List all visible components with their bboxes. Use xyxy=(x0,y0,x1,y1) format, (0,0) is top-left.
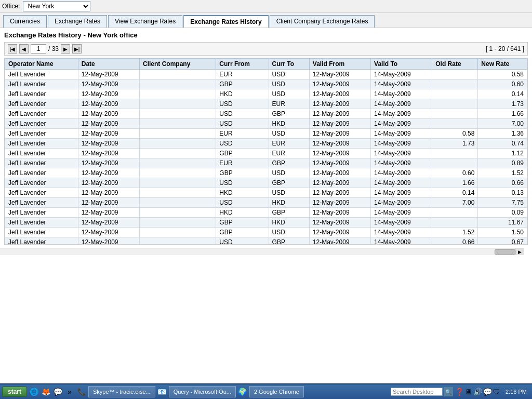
table-cell: 12-May-2009 xyxy=(309,79,370,89)
col-header-old-rate: Old Rate xyxy=(432,59,478,70)
col-header-curr-from: Curr From xyxy=(216,59,269,70)
table-cell xyxy=(140,178,216,188)
table-cell xyxy=(432,149,478,158)
table-cell: HKD xyxy=(216,89,269,99)
table-cell xyxy=(140,129,216,139)
table-cell: 12-May-2009 xyxy=(309,109,370,119)
table-cell xyxy=(140,168,216,178)
col-header-new-rate: New Rate xyxy=(478,59,527,70)
tab-view-exchange-rates[interactable]: View Exchange Rates xyxy=(108,15,182,28)
total-pages: / 33 xyxy=(48,45,59,52)
table-cell: 14-May-2009 xyxy=(371,109,432,119)
tab-exchange-rates-history[interactable]: Exchange Rates History xyxy=(183,15,268,28)
table-cell: Jeff Lavender xyxy=(5,228,78,237)
table-cell: 12-May-2009 xyxy=(78,178,139,188)
table-cell xyxy=(140,158,216,168)
last-page-button[interactable]: ▶| xyxy=(72,44,82,54)
table-cell: Jeff Lavender xyxy=(5,237,78,245)
table-cell xyxy=(432,99,478,109)
table-cell: USD xyxy=(269,79,309,89)
table-cell xyxy=(432,89,478,99)
table-cell xyxy=(140,228,216,237)
table-cell: 0.74 xyxy=(478,139,527,149)
table-cell: Jeff Lavender xyxy=(5,139,78,149)
tab-currencies[interactable]: Currencies xyxy=(3,15,47,28)
table-row: Jeff Lavender12-May-2009USDHKD12-May-200… xyxy=(5,198,527,208)
table-cell: 12-May-2009 xyxy=(78,109,139,119)
table-row: Jeff Lavender12-May-2009HKDUSD12-May-200… xyxy=(5,89,527,99)
prev-page-button[interactable]: ◀ xyxy=(19,44,29,54)
table-row: Jeff Lavender12-May-2009GBPHKD12-May-200… xyxy=(5,218,527,228)
table-cell: 14-May-2009 xyxy=(371,99,432,109)
table-cell: 0.58 xyxy=(478,70,527,79)
pagination-bar: |◀ ◀ / 33 ▶ ▶| [ 1 - 20 / 641 ] xyxy=(4,42,528,56)
table-cell: 12-May-2009 xyxy=(78,168,139,178)
table-cell: EUR xyxy=(269,99,309,109)
table-cell: 0.66 xyxy=(432,237,478,245)
table-cell: 1.73 xyxy=(432,139,478,149)
col-header-client-company: Client Company xyxy=(140,59,216,70)
page-input[interactable] xyxy=(31,44,46,54)
table-cell xyxy=(140,188,216,198)
table-cell: USD xyxy=(216,178,269,188)
table-cell: 12-May-2009 xyxy=(78,119,139,129)
tab-client-company-exchange-rates[interactable]: Client Company Exchange Rates xyxy=(270,15,375,28)
next-page-button[interactable]: ▶ xyxy=(61,44,70,54)
table-row: Jeff Lavender12-May-2009GBPEUR12-May-200… xyxy=(5,149,527,158)
table-cell: 7.00 xyxy=(432,198,478,208)
table-cell: GBP xyxy=(269,237,309,245)
table-cell: Jeff Lavender xyxy=(5,79,78,89)
page-heading: Exchange Rates History - New York office xyxy=(4,31,528,39)
table-cell: 14-May-2009 xyxy=(371,89,432,99)
table-cell: 12-May-2009 xyxy=(309,218,370,228)
table-cell: 12-May-2009 xyxy=(78,198,139,208)
table-cell: Jeff Lavender xyxy=(5,99,78,109)
table-row: Jeff Lavender12-May-2009EURUSD12-May-200… xyxy=(5,129,527,139)
table-cell: 12-May-2009 xyxy=(78,218,139,228)
table-cell: 14-May-2009 xyxy=(371,168,432,178)
table-cell: 12-May-2009 xyxy=(309,237,370,245)
table-container[interactable]: Operator Name Date Client Company Curr F… xyxy=(4,58,528,245)
table-cell: USD xyxy=(216,109,269,119)
table-cell: GBP xyxy=(216,168,269,178)
table-cell: 1.73 xyxy=(478,99,527,109)
table-cell: HKD xyxy=(269,218,309,228)
table-cell: 12-May-2009 xyxy=(309,89,370,99)
table-cell xyxy=(140,149,216,158)
table-cell: 14-May-2009 xyxy=(371,198,432,208)
table-cell: USD xyxy=(269,89,309,99)
table-cell: 14-May-2009 xyxy=(371,228,432,237)
office-select[interactable]: New York London Tokyo Sydney xyxy=(23,1,90,11)
table-cell: GBP xyxy=(269,208,309,218)
table-cell: EUR xyxy=(216,70,269,79)
table-cell xyxy=(140,139,216,149)
tab-exchange-rates[interactable]: Exchange Rates xyxy=(48,15,107,28)
table-cell: 1.36 xyxy=(478,129,527,139)
table-cell: 14-May-2009 xyxy=(371,188,432,198)
table-cell: USD xyxy=(216,119,269,129)
table-cell: 14-May-2009 xyxy=(371,158,432,168)
table-cell: USD xyxy=(269,188,309,198)
table-cell: 14-May-2009 xyxy=(371,70,432,79)
table-cell: 14-May-2009 xyxy=(371,149,432,158)
table-cell: Jeff Lavender xyxy=(5,188,78,198)
table-cell: HKD xyxy=(216,188,269,198)
table-cell: Jeff Lavender xyxy=(5,208,78,218)
table-cell: 0.09 xyxy=(478,208,527,218)
table-cell: 11.67 xyxy=(478,218,527,228)
col-header-valid-to: Valid To xyxy=(371,59,432,70)
table-cell: 0.67 xyxy=(478,237,527,245)
table-row: Jeff Lavender12-May-2009GBPUSD12-May-200… xyxy=(5,228,527,237)
table-cell: Jeff Lavender xyxy=(5,70,78,79)
first-page-button[interactable]: |◀ xyxy=(8,44,17,54)
table-cell xyxy=(432,158,478,168)
table-cell: Jeff Lavender xyxy=(5,158,78,168)
table-cell xyxy=(140,119,216,129)
table-cell: Jeff Lavender xyxy=(5,109,78,119)
table-cell: 12-May-2009 xyxy=(309,208,370,218)
table-cell xyxy=(140,79,216,89)
table-row: Jeff Lavender12-May-2009HKDUSD12-May-200… xyxy=(5,188,527,198)
table-cell xyxy=(140,99,216,109)
table-cell: 12-May-2009 xyxy=(309,99,370,109)
table-cell: Jeff Lavender xyxy=(5,119,78,129)
